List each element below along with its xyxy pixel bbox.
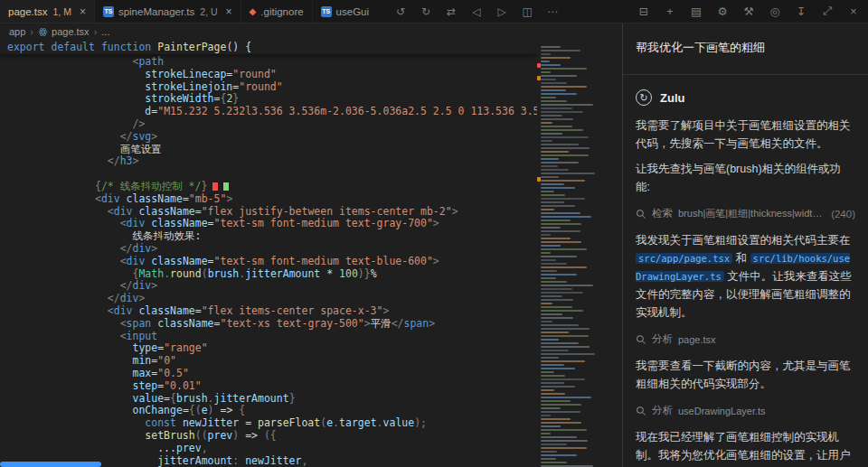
code-line: type="range": [7, 342, 537, 355]
account-icon[interactable]: ◎: [764, 2, 786, 22]
tool-action-label: 检索: [652, 207, 673, 220]
code-line: strokeWidth={2}: [7, 93, 537, 106]
assistant-paragraph: 我需要查看一下截断的内容，尤其是与画笔粗细相关的代码实现部分。: [636, 357, 855, 393]
code-line: step="0.01": [7, 380, 537, 393]
tab-close-icon[interactable]: ×: [226, 6, 232, 17]
minimap-row: [541, 303, 552, 304]
minimap-row: [541, 375, 565, 377]
code-line: </h3>: [7, 155, 537, 168]
code-line: <div className="text-sm font-medium text…: [7, 256, 537, 268]
tool-detail: page.tsx: [678, 334, 716, 345]
panel-toggle-icon[interactable]: ⊟: [633, 2, 655, 22]
close-icon[interactable]: ×: [843, 2, 864, 22]
maximize-icon[interactable]: ⤢: [816, 2, 838, 22]
minimap-row: [541, 75, 577, 77]
nav-back-icon[interactable]: ◁: [466, 2, 487, 22]
tab-.gitignore[interactable]: ◆.gitignore: [241, 0, 313, 23]
breadcrumb-chevron-icon: ›: [30, 26, 33, 37]
minimap-row: [541, 350, 569, 351]
minimap-row: [541, 183, 564, 185]
tab-label: useGui: [336, 6, 369, 17]
tab-label: spineManager.ts: [118, 6, 194, 17]
minimap-row: [541, 310, 583, 312]
minimap-row: [541, 411, 580, 413]
tools-icon[interactable]: ⚒: [738, 2, 760, 22]
assistant-paragraph: 现在我已经理解了画笔粗细控制的实现机制。我将为您优化画笔粗细的设置，让用户体验更…: [636, 428, 855, 467]
minimap-row: [541, 400, 571, 402]
layout-icon[interactable]: ▤: [685, 2, 707, 22]
minimap-row: [541, 173, 595, 174]
compare-icon[interactable]: ⇄: [440, 2, 462, 22]
code-line: {Math.round(brush.jitterAmount * 100)}%: [7, 268, 537, 281]
add-icon[interactable]: +: [659, 2, 681, 22]
code-line: {/* 线条抖动控制 */}: [7, 181, 537, 193]
minimap-row: [541, 100, 567, 102]
editor-toolbar: ↺↻⇄◁▷◫⋯: [390, 0, 563, 23]
breadcrumb-item-page.tsx[interactable]: page.tsx: [38, 26, 90, 37]
download-icon[interactable]: ↧: [790, 2, 812, 22]
minimap-row: [541, 368, 575, 369]
minimap[interactable]: [537, 40, 602, 467]
ts-file-icon: TS: [321, 6, 332, 17]
minimap-row: [541, 50, 580, 51]
minimap-row: [541, 133, 562, 135]
tab-close-icon[interactable]: ×: [80, 6, 86, 17]
minimap-row: [541, 259, 556, 261]
tool-call-row[interactable]: 分析useDrawingLayer.ts: [636, 404, 855, 417]
minimap-row: [541, 118, 573, 120]
nav-forward-icon[interactable]: ▷: [491, 2, 513, 22]
tool-call-row[interactable]: 检索brush|画笔|粗细|thickness|width|size(240): [636, 207, 855, 220]
code-pane[interactable]: export default function PainterPage() { …: [0, 40, 537, 467]
redo-icon[interactable]: ↻: [415, 2, 437, 22]
breadcrumb: app›page.tsx›...: [0, 23, 622, 40]
breadcrumb-item-...[interactable]: ...: [101, 26, 109, 37]
code-line: setBrush((prev) => ({: [7, 430, 537, 443]
minimap-row: [541, 397, 591, 398]
code-line: </div>: [7, 280, 537, 293]
ts-file-icon: TS: [103, 6, 114, 17]
assistant-paragraph: 我发现关于画笔粗细设置的相关代码主要在 src/app/page.tsx 和 s…: [636, 231, 855, 322]
minimap-row: [541, 234, 551, 236]
file-path-chip[interactable]: src/app/page.tsx: [636, 253, 732, 264]
error-mark: [212, 182, 218, 191]
search-icon: [636, 334, 646, 345]
split-editor-icon[interactable]: ◫: [516, 2, 538, 22]
vertical-scrollbar[interactable]: [602, 40, 622, 467]
minimap-row: [541, 266, 587, 268]
minimap-row: [541, 201, 564, 203]
minimap-row: [541, 444, 567, 445]
undo-icon[interactable]: ↺: [390, 2, 411, 22]
chat-transcript[interactable]: ↻ Zulu 我需要了解项目中关于画笔粗细设置的相关代码，先搜索一下与画笔相关的…: [623, 75, 868, 467]
minimap-row: [541, 129, 583, 131]
more-actions-icon[interactable]: ⋯: [542, 2, 563, 22]
minimap-row: [541, 415, 551, 416]
hscrollbar-thumb[interactable]: [0, 462, 101, 467]
tool-call-row[interactable]: 分析page.tsx: [636, 332, 855, 346]
code-line: value={brush.jitterAmount}: [7, 393, 537, 406]
breadcrumb-item-app[interactable]: app: [9, 26, 25, 37]
code-line: <input: [7, 331, 537, 343]
minimap-row: [541, 429, 587, 431]
minimap-row: [541, 440, 588, 442]
minimap-row: [541, 270, 557, 272]
minimap-row: [541, 154, 589, 156]
sticky-scroll-line[interactable]: export default function PainterPage() {: [0, 40, 537, 54]
minimap-row: [541, 324, 579, 326]
minimap-row: [541, 382, 564, 384]
minimap-row: [541, 194, 565, 196]
tab-page.tsx[interactable]: page.tsx1, M×: [0, 0, 95, 23]
minimap-row: [541, 46, 561, 48]
minimap-row: [541, 418, 571, 420]
minimap-row: [541, 332, 569, 333]
tab-useGui[interactable]: TSuseGui: [313, 0, 377, 23]
minimap-row: [541, 86, 587, 88]
settings-icon[interactable]: ⚙: [712, 2, 733, 22]
code-line: <div className="flex items-center space-…: [7, 305, 537, 318]
code-editor[interactable]: <path strokeLinecap="round" strokeLinejo…: [0, 54, 537, 467]
assistant-header: ↻ Zulu: [636, 89, 855, 106]
tool-detail: brush|画笔|粗细|thickness|width|size: [678, 207, 826, 220]
tab-spineManager.ts[interactable]: TSspineManager.ts2, U×: [95, 0, 241, 23]
code-line: min="0": [7, 355, 537, 368]
minimap-row: [541, 82, 567, 84]
minimap-row: [541, 223, 581, 225]
